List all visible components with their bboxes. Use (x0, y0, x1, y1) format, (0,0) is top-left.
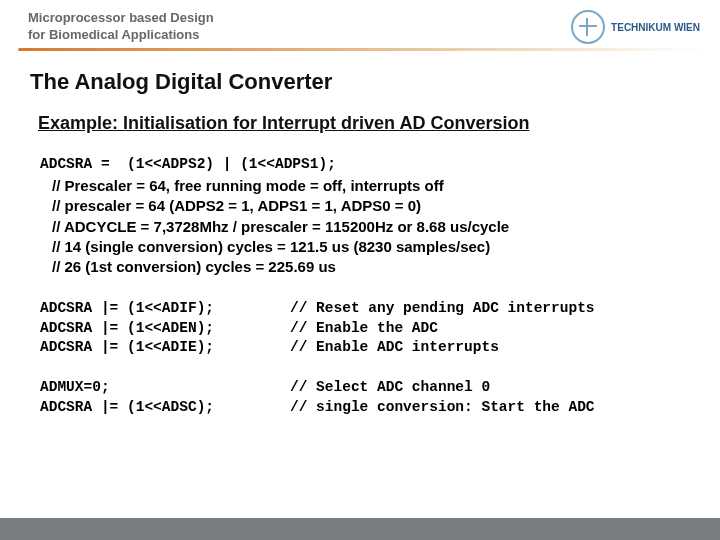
code-row: ADCSRA |= (1<<ADSC); // single conversio… (40, 398, 690, 418)
code-lhs: ADCSRA |= (1<<ADSC); (40, 398, 290, 418)
code-line-adcsra-init: ADCSRA = (1<<ADPS2) | (1<<ADPS1); (40, 156, 690, 172)
code-row: ADCSRA |= (1<<ADEN); // Enable the ADC (40, 319, 690, 339)
comment-line: // Prescaler = 64, free running mode = o… (52, 176, 690, 196)
code-row: ADCSRA |= (1<<ADIF); // Reset any pendin… (40, 299, 690, 319)
code-comment: // Enable the ADC (290, 319, 438, 339)
code-row: ADMUX=0; // Select ADC channel 0 (40, 378, 690, 398)
code-comment: // Select ADC channel 0 (290, 378, 490, 398)
slide-content: The Analog Digital Converter Example: In… (0, 51, 720, 417)
course-title: Microprocessor based Design for Biomedic… (28, 10, 214, 44)
code-comment: // Reset any pending ADC interrupts (290, 299, 595, 319)
logo-text: TECHNIKUM WIEN (611, 22, 700, 33)
example-subtitle: Example: Initialisation for Interrupt dr… (38, 113, 690, 134)
code-block-start: ADMUX=0; // Select ADC channel 0 ADCSRA … (30, 378, 690, 417)
course-title-line1: Microprocessor based Design (28, 10, 214, 27)
slide-header: Microprocessor based Design for Biomedic… (0, 0, 720, 48)
footer-bar (0, 518, 720, 540)
page-title: The Analog Digital Converter (30, 69, 690, 95)
comment-line: // prescaler = 64 (ADPS2 = 1, ADPS1 = 1,… (52, 196, 690, 216)
logo-block: TECHNIKUM WIEN (571, 10, 700, 44)
code-lhs: ADCSRA |= (1<<ADIE); (40, 338, 290, 358)
code-lhs: ADCSRA |= (1<<ADIF); (40, 299, 290, 319)
technikum-logo-icon (571, 10, 605, 44)
code-comment: // Enable ADC interrupts (290, 338, 499, 358)
code-comment: // single conversion: Start the ADC (290, 398, 595, 418)
code-block-enable: ADCSRA |= (1<<ADIF); // Reset any pendin… (30, 299, 690, 358)
comment-block: // Prescaler = 64, free running mode = o… (52, 176, 690, 277)
code-row: ADCSRA |= (1<<ADIE); // Enable ADC inter… (40, 338, 690, 358)
comment-line: // 14 (single conversion) cycles = 121.5… (52, 237, 690, 257)
code-lhs: ADMUX=0; (40, 378, 290, 398)
comment-line: // 26 (1st conversion) cycles = 225.69 u… (52, 257, 690, 277)
course-title-line2: for Biomedical Applications (28, 27, 214, 44)
comment-line: // ADCYCLE = 7,3728Mhz / prescaler = 115… (52, 217, 690, 237)
code-lhs: ADCSRA |= (1<<ADEN); (40, 319, 290, 339)
